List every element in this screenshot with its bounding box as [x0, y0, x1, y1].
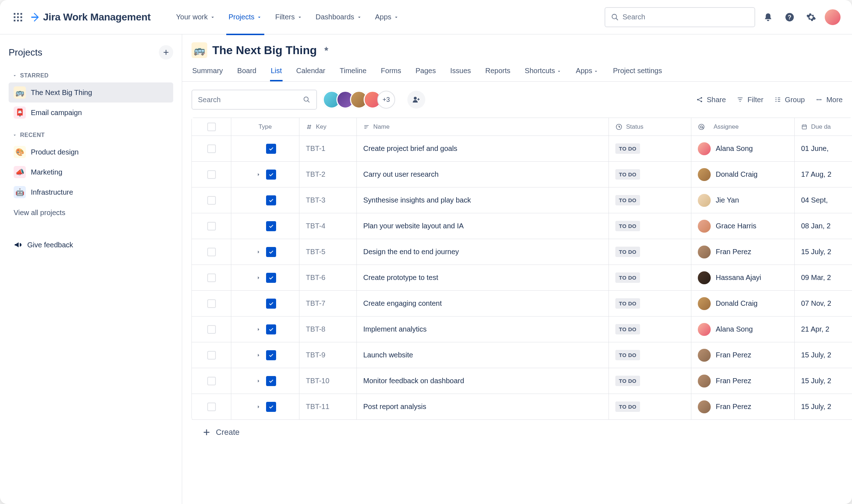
row-checkbox[interactable] [207, 403, 216, 411]
product-logo[interactable]: Jira Work Management [29, 11, 151, 23]
status-badge[interactable]: TO DO [615, 143, 640, 154]
issue-key[interactable]: TBT-3 [306, 196, 325, 204]
assignee-name[interactable]: Donald Craig [716, 299, 758, 308]
assignee-name[interactable]: Fran Perez [716, 248, 751, 256]
table-row[interactable]: TBT-3Synthesise insights and play backTO… [192, 187, 852, 213]
group-button[interactable]: Group [774, 96, 805, 104]
due-date[interactable]: 15 July, 2 [801, 248, 831, 256]
issue-key[interactable]: TBT-6 [306, 274, 325, 282]
issue-name[interactable]: Implement analytics [363, 325, 427, 333]
issue-key[interactable]: TBT-9 [306, 351, 325, 359]
due-date[interactable]: 17 Aug, 2 [801, 170, 832, 179]
expand-icon[interactable] [255, 171, 262, 179]
tab-list[interactable]: List [270, 63, 283, 81]
status-badge[interactable]: TO DO [615, 401, 640, 412]
list-search-input[interactable] [198, 96, 303, 104]
assignee-name[interactable]: Alana Song [716, 144, 753, 153]
issue-name[interactable]: Post report analysis [363, 403, 426, 411]
global-search[interactable] [605, 7, 755, 27]
issue-key[interactable]: TBT-8 [306, 325, 325, 333]
column-header-status[interactable]: Status [609, 118, 691, 135]
add-member-button[interactable] [407, 91, 425, 109]
issue-key[interactable]: TBT-4 [306, 222, 325, 230]
tab-board[interactable]: Board [237, 63, 257, 81]
issue-name[interactable]: Design the end to end journey [363, 248, 459, 256]
sidebar-section-starred[interactable]: STARRED [9, 68, 173, 82]
issue-name[interactable]: Create project brief and goals [363, 144, 457, 153]
member-overflow-count[interactable]: +3 [377, 91, 395, 109]
nav-item-projects[interactable]: Projects [223, 9, 267, 25]
global-search-input[interactable] [623, 13, 749, 21]
expand-icon[interactable] [255, 351, 262, 359]
nav-item-filters[interactable]: Filters [270, 9, 307, 25]
share-button[interactable]: Share [696, 96, 726, 104]
tab-calendar[interactable]: Calendar [295, 63, 326, 81]
assignee-name[interactable]: Fran Perez [716, 377, 751, 385]
issue-key[interactable]: TBT-11 [306, 403, 330, 411]
table-row[interactable]: TBT-8Implement analyticsTO DOAlana Song2… [192, 317, 852, 342]
expand-icon[interactable] [255, 248, 262, 256]
column-header-type[interactable]: Type [231, 118, 299, 135]
tab-shortcuts[interactable]: Shortcuts [524, 63, 562, 81]
row-checkbox[interactable] [207, 196, 216, 205]
notifications-icon[interactable] [759, 9, 777, 26]
issue-key[interactable]: TBT-10 [306, 377, 330, 385]
issue-key[interactable]: TBT-2 [306, 170, 325, 179]
issue-name[interactable]: Synthesise insights and play back [363, 196, 471, 204]
nav-item-apps[interactable]: Apps [370, 9, 404, 25]
table-row[interactable]: TBT-5Design the end to end journeyTO DOF… [192, 239, 852, 265]
row-checkbox[interactable] [207, 144, 216, 153]
status-badge[interactable]: TO DO [615, 247, 640, 257]
tab-apps[interactable]: Apps [575, 63, 600, 81]
table-row[interactable]: TBT-6Create prototype to testTO DOHassan… [192, 265, 852, 291]
row-checkbox[interactable] [207, 222, 216, 230]
select-all-checkbox[interactable] [207, 123, 216, 131]
row-checkbox[interactable] [207, 351, 216, 360]
table-row[interactable]: TBT-10Monitor feedback on dashboardTO DO… [192, 368, 852, 394]
tab-timeline[interactable]: Timeline [339, 63, 367, 81]
issue-key[interactable]: TBT-5 [306, 248, 325, 256]
create-project-button[interactable] [159, 45, 173, 60]
row-checkbox[interactable] [207, 248, 216, 256]
app-switcher-icon[interactable] [11, 10, 25, 24]
due-date[interactable]: 01 June, [801, 144, 829, 153]
table-row[interactable]: TBT-7Create engaging contentTO DODonald … [192, 291, 852, 317]
row-checkbox[interactable] [207, 170, 216, 179]
due-date[interactable]: 15 July, 2 [801, 377, 831, 385]
assignee-name[interactable]: Grace Harris [716, 222, 756, 230]
issue-key[interactable]: TBT-1 [306, 144, 325, 153]
give-feedback-link[interactable]: Give feedback [9, 234, 173, 256]
settings-icon[interactable] [803, 9, 820, 26]
row-checkbox[interactable] [207, 299, 216, 308]
status-badge[interactable]: TO DO [615, 324, 640, 334]
table-row[interactable]: TBT-1Create project brief and goalsTO DO… [192, 136, 852, 162]
assignee-name[interactable]: Donald Craig [716, 170, 758, 179]
row-checkbox[interactable] [207, 325, 216, 334]
create-issue-button[interactable]: Create [191, 420, 852, 445]
column-header-due-date[interactable]: Due da [795, 118, 852, 135]
assignee-name[interactable]: Fran Perez [716, 403, 751, 411]
status-badge[interactable]: TO DO [615, 221, 640, 231]
due-date[interactable]: 15 July, 2 [801, 403, 831, 411]
tab-issues[interactable]: Issues [449, 63, 472, 81]
table-row[interactable]: TBT-2Carry out user researchTO DODonald … [192, 162, 852, 187]
nav-item-dashboards[interactable]: Dashboards [311, 9, 367, 25]
status-badge[interactable]: TO DO [615, 298, 640, 309]
issue-name[interactable]: Create prototype to test [363, 274, 438, 282]
due-date[interactable]: 15 July, 2 [801, 351, 831, 359]
due-date[interactable]: 08 Jan, 2 [801, 222, 830, 230]
issue-name[interactable]: Monitor feedback on dashboard [363, 377, 464, 385]
issue-name[interactable]: Plan your website layout and IA [363, 222, 464, 230]
nav-item-your-work[interactable]: Your work [171, 9, 221, 25]
sidebar-item-product-design[interactable]: 🎨Product design [9, 142, 173, 162]
expand-icon[interactable] [255, 377, 262, 385]
due-date[interactable]: 21 Apr, 2 [801, 325, 829, 333]
table-row[interactable]: TBT-9Launch websiteTO DOFran Perez15 Jul… [192, 342, 852, 368]
issue-name[interactable]: Carry out user research [363, 170, 439, 179]
assignee-name[interactable]: Fran Perez [716, 351, 751, 359]
profile-avatar[interactable] [824, 9, 841, 26]
assignee-name[interactable]: Hassana Ajayi [716, 274, 761, 282]
sidebar-item-email-campaign[interactable]: 📮Email campaign [9, 103, 173, 123]
expand-icon[interactable] [255, 403, 262, 411]
expand-icon[interactable] [255, 325, 262, 333]
